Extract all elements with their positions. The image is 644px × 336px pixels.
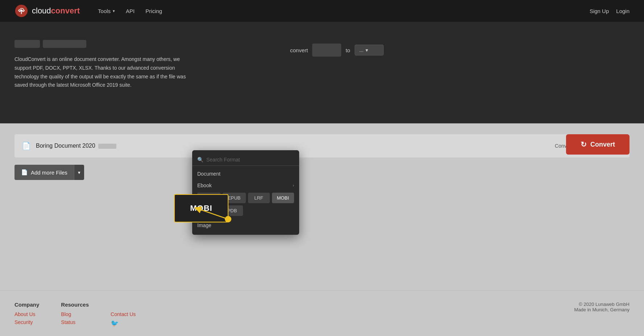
footer-right: © 2020 Lunaweb GmbH Made in Munich, Germ… — [574, 302, 629, 327]
format-search-input[interactable] — [206, 157, 294, 163]
mobi-tooltip: MOBI — [174, 194, 228, 222]
tools-chevron-icon: ▾ — [113, 9, 115, 13]
footer-copyright: © 2020 Lunaweb GmbH — [574, 302, 629, 307]
nav-pricing[interactable]: Pricing — [145, 8, 162, 14]
login-link[interactable]: Login — [616, 8, 629, 14]
footer-resources-heading: Resources — [61, 302, 89, 308]
nav-api[interactable]: API — [126, 8, 135, 14]
source-format-pill — [312, 44, 341, 57]
format-lrf[interactable]: LRF — [248, 193, 270, 203]
brand-name: cloudconvert — [32, 6, 80, 16]
convert-refresh-icon: ↻ — [581, 140, 587, 149]
main-nav: Tools ▾ API Pricing — [98, 8, 162, 14]
target-format-dropdown[interactable]: ... ▾ — [355, 45, 384, 56]
footer-about-us[interactable]: About Us — [15, 311, 39, 317]
hero-description: CloudConvert is an online document conve… — [15, 55, 189, 90]
footer-made-in: Made in Munich, Germany — [574, 307, 629, 312]
file-row: 📄 Boring Document 2020 Convert to ↻ ... … — [15, 134, 629, 157]
dropdown-chevron-icon: ▾ — [366, 47, 368, 53]
file-extension-blurred — [98, 144, 116, 149]
footer-company-col: Company About Us Security — [15, 302, 39, 327]
add-files-button[interactable]: 📄 Add more Files — [15, 165, 74, 180]
hero-left: CloudConvert is an online document conve… — [15, 40, 268, 90]
footer-contact-us[interactable]: Contact Us — [111, 311, 136, 317]
footer-contact-heading — [111, 302, 136, 308]
footer-contact-col: Contact Us 🐦 — [111, 302, 136, 327]
breadcrumb-item-1 — [15, 40, 40, 48]
brand-logo[interactable]: cloudconvert — [15, 4, 80, 18]
hero-right: convert to ... ▾ — [290, 40, 384, 57]
add-files-split: 📄 Add more Files ▾ — [15, 165, 84, 180]
footer-resources-col: Resources Blog Status — [61, 302, 89, 327]
footer-columns: Company About Us Security Resources Blog… — [15, 302, 629, 327]
mobi-tooltip-text: MOBI — [190, 204, 212, 213]
navbar-right: Sign Up Login — [590, 8, 629, 14]
convert-button[interactable]: ↻ Convert — [566, 134, 629, 155]
footer: Company About Us Security Resources Blog… — [0, 290, 644, 336]
twitter-icon[interactable]: 🐦 — [111, 320, 119, 327]
breadcrumb — [15, 40, 268, 48]
ebook-arrow-icon: › — [293, 183, 294, 188]
footer-status[interactable]: Status — [61, 319, 89, 325]
main-content: 📄 Boring Document 2020 Convert to ↻ ... … — [0, 123, 644, 290]
format-search-row: 🔍 — [192, 154, 299, 166]
add-files-icon: 📄 — [21, 169, 28, 176]
category-ebook[interactable]: Ebook › — [192, 180, 299, 191]
footer-security[interactable]: Security — [15, 319, 39, 325]
hero-section: CloudConvert is an online document conve… — [0, 22, 644, 123]
file-name: Boring Document 2020 — [36, 143, 555, 149]
footer-company-heading: Company — [15, 302, 39, 308]
file-icon: 📄 — [22, 142, 31, 150]
format-mobi[interactable]: MOBI — [272, 193, 294, 203]
cloudconvert-logo-icon — [15, 4, 28, 18]
add-files-dropdown-arrow[interactable]: ▾ — [74, 165, 84, 180]
signup-link[interactable]: Sign Up — [590, 8, 609, 14]
nav-tools[interactable]: Tools ▾ — [98, 8, 115, 14]
to-label: to — [346, 47, 350, 53]
category-document[interactable]: Document — [192, 168, 299, 180]
convert-label: convert — [290, 47, 308, 53]
pointer-dot — [225, 216, 231, 222]
footer-blog[interactable]: Blog — [61, 311, 89, 317]
breadcrumb-item-2 — [43, 40, 86, 48]
search-icon: 🔍 — [197, 157, 203, 163]
navbar: cloudconvert Tools ▾ API Pricing Sign Up… — [0, 0, 644, 22]
